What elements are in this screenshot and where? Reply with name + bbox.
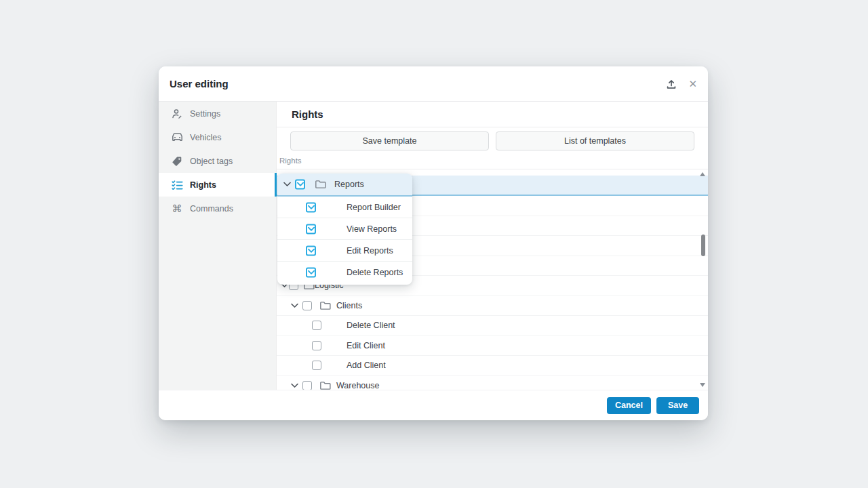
save-button[interactable]: Save — [656, 397, 699, 414]
chevron-down-icon[interactable] — [291, 383, 298, 388]
tree-row-clients[interactable]: Clients — [277, 296, 708, 317]
tree-row-label: Delete Client — [347, 321, 395, 330]
sidebar-item-object-tags[interactable]: Object tags — [159, 149, 276, 173]
sidebar-item-label: Settings — [190, 109, 220, 119]
page-title: Rights — [277, 102, 708, 127]
tree-row-add-client[interactable]: Add Client — [277, 356, 708, 376]
modal-body: Settings Vehicles Object tags Rights — [159, 102, 708, 390]
sidebar-item-settings[interactable]: Settings — [159, 102, 276, 125]
folder-icon — [320, 381, 331, 390]
modal-header: User editing ✕ — [159, 66, 708, 102]
checkbox-unchecked[interactable] — [302, 381, 312, 390]
scrollbar-thumb[interactable] — [701, 235, 705, 256]
popup-row-label: Reports — [334, 180, 364, 189]
sidebar-item-commands[interactable]: ⌘ Commands — [159, 197, 276, 220]
vertical-scrollbar[interactable] — [700, 170, 706, 389]
popup-row-label: Delete Reports — [347, 268, 403, 277]
car-icon — [171, 132, 183, 142]
folder-icon — [320, 301, 331, 310]
upload-button[interactable] — [665, 79, 677, 89]
checkbox-checked[interactable] — [306, 202, 316, 212]
template-buttons-row: Save template List of templates — [277, 127, 708, 155]
checkbox-checked[interactable] — [306, 245, 316, 256]
checkbox-unchecked[interactable] — [302, 301, 312, 310]
popup-row-delete-reports[interactable]: Delete Reports — [277, 262, 412, 283]
checkbox-unchecked[interactable] — [312, 361, 321, 370]
popup-row-label: View Reports — [347, 224, 397, 234]
close-icon: ✕ — [688, 79, 697, 89]
rights-tree: Reports Report Builder View Reports Edit… — [277, 169, 708, 390]
modal-title: User editing — [170, 78, 665, 89]
checkbox-checked[interactable] — [306, 268, 316, 278]
checklist-icon — [171, 180, 183, 190]
sidebar-item-vehicles[interactable]: Vehicles — [159, 125, 276, 149]
popup-row-view-reports[interactable]: View Reports — [277, 218, 412, 240]
list-of-templates-button[interactable]: List of templates — [496, 131, 694, 150]
user-editing-modal: User editing ✕ Settings Vehicles — [159, 66, 708, 420]
scroll-up-arrow[interactable] — [700, 172, 705, 176]
tree-row-edit-client[interactable]: Edit Client — [277, 336, 708, 357]
tag-icon — [171, 156, 183, 167]
popup-row-label: Edit Reports — [347, 246, 393, 256]
save-template-button[interactable]: Save template — [290, 131, 489, 150]
popup-row-report-builder[interactable]: Report Builder — [277, 197, 412, 218]
chevron-down-icon[interactable] — [283, 182, 291, 187]
sidebar-item-label: Vehicles — [190, 133, 222, 142]
popup-row-label: Report Builder — [347, 203, 401, 212]
sidebar-item-label: Object tags — [190, 157, 233, 166]
command-icon: ⌘ — [171, 203, 183, 214]
rights-section-label: Rights — [277, 155, 708, 169]
reports-dropdown-popup: Reports Report Builder View Reports Edit… — [277, 174, 412, 285]
checkbox-checked[interactable] — [295, 180, 305, 190]
popup-row-reports[interactable]: Reports — [277, 174, 412, 197]
sidebar-item-label: Commands — [190, 204, 233, 214]
sidebar-item-rights[interactable]: Rights — [159, 173, 276, 197]
tree-row-warehouse[interactable]: Warehouse — [277, 376, 708, 390]
modal-footer: Cancel Save — [159, 390, 708, 420]
scroll-down-arrow[interactable] — [700, 383, 705, 387]
rights-panel: Rights Save template List of templates R… — [277, 102, 708, 390]
cancel-button[interactable]: Cancel — [607, 397, 651, 414]
checkbox-unchecked[interactable] — [312, 321, 321, 330]
tree-row-delete-client[interactable]: Delete Client — [277, 316, 708, 336]
close-button[interactable]: ✕ — [688, 79, 697, 89]
chevron-down-icon[interactable] — [291, 303, 298, 308]
popup-row-edit-reports[interactable]: Edit Reports — [277, 240, 412, 262]
upload-icon — [665, 79, 677, 89]
tree-row-label: Warehouse — [336, 381, 379, 390]
checkbox-checked[interactable] — [306, 224, 316, 234]
tree-row-label: Add Client — [347, 361, 386, 370]
folder-icon — [315, 180, 326, 189]
checkbox-unchecked[interactable] — [312, 341, 321, 350]
person-edit-icon — [171, 108, 183, 119]
tree-row-label: Edit Client — [347, 341, 385, 350]
sidebar-item-label: Rights — [190, 180, 216, 190]
tree-row-label: Clients — [336, 301, 362, 310]
sidebar: Settings Vehicles Object tags Rights — [159, 102, 277, 390]
